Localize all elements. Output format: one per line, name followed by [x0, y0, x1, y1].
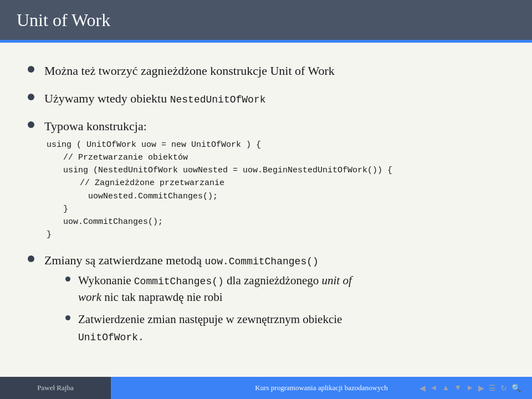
code-line-2: // Przetwarzanie obiektów — [47, 151, 392, 164]
sub1-line2: work nic tak naprawdę nie robi — [78, 290, 223, 304]
bullet2-prefix: Używamy wtedy obiektu — [44, 91, 170, 105]
code-line-4: // Zagnieżdżone przetwarzanie — [47, 177, 392, 190]
bullet-text-3-container: Typowa konstrukcja: using ( UnitOfWork u… — [44, 117, 392, 242]
bullet4-mono: uow.CommitChanges() — [205, 256, 319, 267]
sub1-italic2: work — [78, 290, 101, 304]
sub2-mono: UnitOfWork. — [78, 332, 144, 343]
bullet4-container: Zmiany są zatwierdzane metodą uow.Commit… — [44, 252, 352, 351]
code-line-7: uow.CommitChanges(); — [47, 216, 392, 228]
sub1-italic: unit of — [322, 274, 352, 287]
bullet-dot-1 — [28, 66, 34, 73]
bullet-dot-4 — [28, 255, 34, 262]
bullet-text-1: Można też tworzyć zagnieżdżone konstrukc… — [44, 62, 335, 80]
nav-next2-arrow[interactable]: ► — [466, 383, 474, 392]
sub-bullet-text-1: Wykonanie CommitChanges() dla zagnieżdżo… — [78, 272, 352, 306]
nav-next3-arrow[interactable]: ▼ — [454, 383, 462, 392]
code-block: using ( UnitOfWork uow = new UnitOfWork … — [47, 139, 392, 242]
sub-bullet-item-1: Wykonanie CommitChanges() dla zagnieżdżo… — [65, 272, 352, 306]
sub1-mono: CommitChanges() — [134, 276, 224, 287]
bullet4-prefix: Zmiany są zatwierdzane metodą — [44, 253, 205, 267]
sub2-text: Zatwierdzenie zmian następuje w zewnętrz… — [78, 313, 342, 326]
bullet-item-2: Używamy wtedy obiektu NestedUnitOfWork — [28, 90, 504, 108]
sub1-suffix: dla zagnieżdżonego — [224, 274, 322, 287]
page-title: Unit of Work — [17, 10, 110, 30]
code-line-8: } — [47, 228, 392, 241]
footer-nav: ◀ ◄ ▲ ▼ ► ▶ ☰ ↻ 🔍 — [420, 377, 521, 399]
bullet-item-1: Można też tworzyć zagnieżdżone konstrukc… — [28, 62, 504, 80]
header: Unit of Work — [0, 0, 532, 40]
main-content: Można też tworzyć zagnieżdżone konstrukc… — [0, 43, 532, 377]
nav-search-icon[interactable]: 🔍 — [511, 383, 521, 393]
sub-bullet-text-2: Zatwierdzenie zmian następuje w zewnętrz… — [78, 311, 342, 345]
footer: Paweł Rajba Kurs programowania aplikacji… — [0, 377, 532, 399]
sub-bullets: Wykonanie CommitChanges() dla zagnieżdżo… — [65, 272, 352, 345]
bullet-item-3: Typowa konstrukcja: using ( UnitOfWork u… — [28, 117, 504, 242]
code-line-6: } — [47, 203, 392, 216]
nav-next-arrow[interactable]: ▶ — [478, 383, 484, 393]
nav-menu-icon[interactable]: ☰ — [489, 383, 496, 393]
code-line-1: using ( UnitOfWork uow = new UnitOfWork … — [47, 139, 392, 151]
bullet-text-2: Używamy wtedy obiektu NestedUnitOfWork — [44, 90, 266, 108]
bullet4-text: Zmiany są zatwierdzane metodą uow.Commit… — [44, 253, 319, 267]
bullet-item-4: Zmiany są zatwierdzane metodą uow.Commit… — [28, 252, 504, 351]
nav-prev2-arrow[interactable]: ◄ — [430, 383, 438, 392]
sub-bullet-item-2: Zatwierdzenie zmian następuje w zewnętrz… — [65, 311, 352, 345]
nav-loop-icon[interactable]: ↻ — [500, 383, 507, 393]
nav-prev3-arrow[interactable]: ▲ — [442, 383, 449, 392]
code-line-5: uowNested.CommitChanges(); — [47, 190, 392, 203]
bullet-dot-3 — [28, 121, 34, 128]
sub-bullet-dot-1 — [65, 277, 70, 282]
bullet-dot-2 — [28, 94, 34, 100]
code-line-3: using (NestedUnitOfWork uowNested = uow.… — [47, 164, 392, 177]
sub-bullet-dot-2 — [65, 315, 70, 320]
sub1-prefix: Wykonanie — [78, 274, 134, 287]
footer-author: Paweł Rajba — [0, 383, 111, 392]
nav-prev-arrow[interactable]: ◀ — [420, 383, 426, 393]
bullet-text-3: Typowa konstrukcja: — [44, 119, 147, 133]
bullet2-mono: NestedUnitOfWork — [170, 94, 266, 105]
